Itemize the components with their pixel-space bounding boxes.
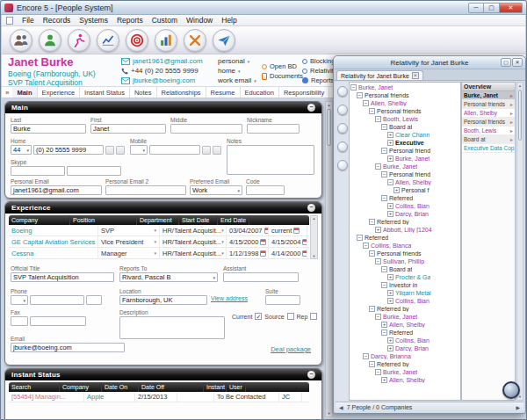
overview-item[interactable]: Personal friends ▸	[462, 118, 515, 127]
maximize-button[interactable]: ▢	[484, 3, 500, 13]
analytics-icon[interactable]	[97, 29, 119, 52]
status-company[interactable]: Apple	[87, 393, 104, 401]
tab[interactable]: Instant Status	[80, 87, 130, 98]
calendar-icon[interactable]	[302, 239, 307, 245]
description-field[interactable]	[119, 316, 225, 339]
column-header[interactable]: Department	[137, 215, 179, 225]
preferred-email-select[interactable]: Work	[190, 185, 242, 195]
column-header[interactable]: Company	[9, 215, 70, 225]
main-panel-header[interactable]: Main −	[5, 102, 321, 113]
instant-status-row[interactable]: [55454] Managin... Apple 2/15/2013 To Be…	[9, 392, 309, 402]
first-field[interactable]: Janet	[90, 124, 166, 134]
tree-expander-icon[interactable]: +	[375, 227, 381, 233]
skype-field-2[interactable]	[67, 166, 121, 176]
notes-field[interactable]	[227, 145, 314, 175]
contact-flag[interactable]: Open BD	[262, 62, 303, 71]
method-type-select[interactable]: work email ▾	[218, 76, 256, 85]
location-field[interactable]: Farnborough, UK	[119, 295, 207, 305]
chevron-down-icon[interactable]: ▾	[221, 228, 224, 233]
chevron-down-icon[interactable]: ▾	[154, 250, 156, 256]
overview-item[interactable]: Board at ▸	[462, 135, 515, 144]
tree-expander-icon[interactable]: −	[381, 195, 387, 201]
deal-package-link[interactable]: Deal package	[271, 345, 311, 353]
fax-field[interactable]	[30, 316, 86, 326]
candidate-activity-icon[interactable]	[68, 29, 90, 52]
tree-node[interactable]: − Burke, Janet	[350, 368, 460, 376]
tab[interactable]: Main	[12, 87, 37, 98]
tree-expander-icon[interactable]: −	[381, 171, 387, 177]
tree-node[interactable]: − Allen, Shelby	[350, 178, 460, 186]
tab[interactable]: Resume	[206, 87, 241, 98]
current-checkbox[interactable]	[255, 313, 262, 320]
personal-email-field[interactable]: janet1961@gmail.com	[11, 185, 102, 195]
tree-expander-icon[interactable]: −	[369, 250, 375, 257]
tree-node[interactable]: − Investor in	[350, 281, 460, 289]
scroll-down-icon[interactable]: ▼	[311, 254, 317, 258]
tree-node[interactable]: + Executive	[350, 139, 460, 147]
relativity-maximize-button[interactable]: ▢	[501, 58, 511, 67]
tools-icon[interactable]	[184, 29, 206, 52]
relativity-scrollbar[interactable]: ▲ ▼	[516, 82, 523, 401]
main-scrollbar[interactable]: ▲ ▼	[325, 101, 333, 417]
view-address-link[interactable]: View address	[211, 295, 248, 301]
tree-expander-icon[interactable]: +	[387, 274, 393, 280]
tree-node[interactable]: − Burke, Janet	[350, 83, 460, 91]
skype-field[interactable]	[11, 166, 65, 176]
assistant-field[interactable]	[223, 272, 299, 282]
column-header[interactable]: Search	[9, 382, 60, 392]
tree-node[interactable]: − Referred	[350, 329, 460, 337]
tree-expander-icon[interactable]: −	[369, 361, 375, 367]
tree-node[interactable]: − Personal friends	[350, 91, 460, 99]
tree-expander-icon[interactable]: −	[381, 282, 387, 288]
scrollbar-thumb[interactable]	[327, 109, 331, 146]
overview-item[interactable]: Allen, Shelby ▸	[462, 109, 515, 118]
collapse-icon[interactable]: −	[307, 204, 315, 212]
experience-row[interactable]: Cessna Manager▾ HR/Talent Acquisit...▾ 1…	[9, 248, 309, 259]
tree-expander-icon[interactable]: −	[363, 243, 369, 249]
tree-node[interactable]: − Sullivan, Phillip	[350, 257, 460, 265]
tree-node[interactable]: − Referred by	[350, 218, 460, 226]
reports-to-select[interactable]: Rivard, Pascal B	[119, 272, 218, 282]
experience-company-link[interactable]: Boeing	[11, 227, 32, 235]
tree-node[interactable]: − Collins, Bianca	[350, 242, 460, 250]
dial-icon[interactable]	[105, 146, 114, 155]
personal-email2-field[interactable]	[105, 185, 186, 195]
menu-item[interactable]: Reports	[112, 16, 148, 25]
tree-node[interactable]: + Allen, Shelby	[350, 376, 460, 384]
tree-node[interactable]: − Referred	[350, 234, 460, 242]
people-tool-icon[interactable]	[337, 105, 348, 115]
tree-expander-icon[interactable]: −	[387, 179, 393, 185]
phone-options-icon[interactable]	[116, 146, 125, 155]
tree-node[interactable]: − Referred by	[350, 360, 460, 368]
calendar-icon[interactable]	[260, 239, 266, 245]
menu-item[interactable]: Window	[182, 16, 217, 25]
menu-item[interactable]: Custom	[148, 16, 182, 25]
relativity-close-button[interactable]: ✕	[512, 58, 523, 67]
tree-expander-icon[interactable]: −	[369, 108, 375, 114]
tree-expander-icon[interactable]: −	[375, 314, 381, 320]
dial-icon[interactable]	[202, 146, 211, 155]
rep-checkbox[interactable]	[310, 313, 317, 320]
tree-node[interactable]: − Board at	[350, 265, 460, 273]
column-header[interactable]: Company	[60, 382, 102, 392]
tree-node[interactable]: − Board at	[350, 123, 460, 131]
tree-expander-icon[interactable]: −	[350, 84, 357, 91]
tree-node[interactable]: − Personal friends	[350, 107, 460, 115]
tree-node[interactable]: − Burke, Janet	[350, 313, 460, 321]
tree-node[interactable]: − Referred	[350, 194, 460, 202]
collapse-icon[interactable]: −	[307, 104, 315, 112]
company-tool-icon[interactable]	[337, 123, 348, 134]
tree-expander-icon[interactable]: −	[363, 100, 369, 106]
tree-expander-icon[interactable]: +	[387, 211, 393, 217]
target-icon[interactable]	[126, 29, 148, 52]
tab-overflow-chevron[interactable]: »	[2, 89, 12, 97]
tree-expander-icon[interactable]: −	[381, 148, 387, 154]
tree-node[interactable]: − Allen, Shelby	[350, 99, 460, 107]
experience-company-link[interactable]: GE Capital Aviation Services	[11, 238, 95, 246]
experience-table-scrollbar[interactable]: ▲ ▼	[310, 215, 318, 259]
phone-options-icon[interactable]	[213, 146, 221, 155]
tree-node[interactable]: + Collins, Bian	[350, 202, 460, 210]
tree-node[interactable]: + Collins, Bian	[350, 297, 460, 305]
method-type-select[interactable]: home ▾	[218, 66, 256, 76]
tree-expander-icon[interactable]: +	[387, 337, 393, 344]
